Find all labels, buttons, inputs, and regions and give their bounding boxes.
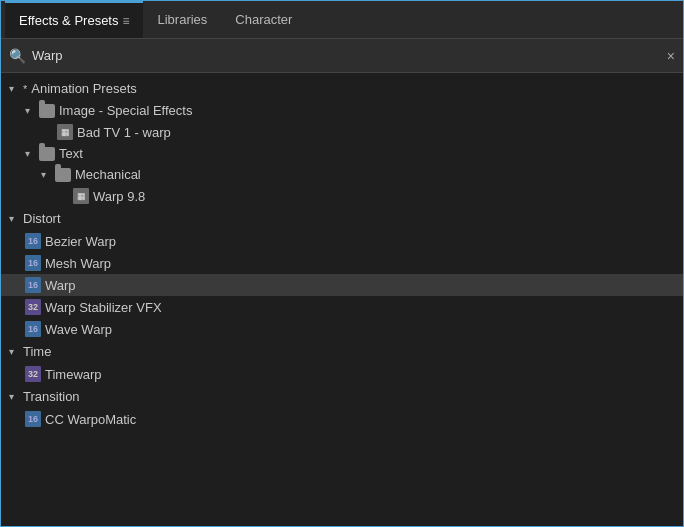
folder-text-label: Text <box>59 146 83 161</box>
fx16-icon-mesh-warp: 16 <box>25 255 41 271</box>
effect-warp-stabilizer-vfx[interactable]: 32 Warp Stabilizer VFX <box>1 296 683 318</box>
folder-image-special-effects[interactable]: ▾ Image - Special Effects <box>1 100 683 121</box>
folder-icon-text <box>39 147 55 161</box>
chevron-text: ▾ <box>25 148 35 159</box>
effect-cc-warpomatic[interactable]: 16 CC WarpoMatic <box>1 408 683 430</box>
search-bar: 🔍 × <box>1 39 683 73</box>
preset-bad-tv-1-label: Bad TV 1 - warp <box>77 125 171 140</box>
preset-warp-9-8[interactable]: ▦ Warp 9.8 <box>1 185 683 207</box>
effect-warp-stabilizer-vfx-label: Warp Stabilizer VFX <box>45 300 162 315</box>
tab-character[interactable]: Character <box>221 1 306 38</box>
effect-timewarp-label: Timewarp <box>45 367 102 382</box>
fx16-icon-bezier-warp: 16 <box>25 233 41 249</box>
fx16-icon-wave-warp: 16 <box>25 321 41 337</box>
tab-character-label: Character <box>235 12 292 27</box>
chevron-animation-presets: ▾ <box>9 83 19 94</box>
tab-libraries[interactable]: Libraries <box>143 1 221 38</box>
panel: Effects & Presets ≡ Libraries Character … <box>0 0 684 527</box>
effect-cc-warpomatic-label: CC WarpoMatic <box>45 412 136 427</box>
chevron-image-special-effects: ▾ <box>25 105 35 116</box>
section-distort-label: Distort <box>23 211 61 226</box>
section-animation-presets-label: Animation Presets <box>31 81 137 96</box>
folder-text[interactable]: ▾ Text <box>1 143 683 164</box>
section-time[interactable]: ▾ Time <box>1 340 683 363</box>
effect-mesh-warp[interactable]: 16 Mesh Warp <box>1 252 683 274</box>
search-input[interactable] <box>32 48 661 63</box>
preset-bad-tv-1[interactable]: ▦ Bad TV 1 - warp <box>1 121 683 143</box>
effect-mesh-warp-label: Mesh Warp <box>45 256 111 271</box>
section-transition[interactable]: ▾ Transition <box>1 385 683 408</box>
tab-effects[interactable]: Effects & Presets ≡ <box>5 1 143 38</box>
search-icon: 🔍 <box>9 48 26 64</box>
fx32-icon-timewarp: 32 <box>25 366 41 382</box>
fx32-icon-warp-stabilizer-vfx: 32 <box>25 299 41 315</box>
preset-warp-9-8-label: Warp 9.8 <box>93 189 145 204</box>
folder-image-special-effects-label: Image - Special Effects <box>59 103 192 118</box>
chevron-distort: ▾ <box>9 213 19 224</box>
star-icon: * <box>23 83 27 95</box>
effect-wave-warp-label: Wave Warp <box>45 322 112 337</box>
tab-effects-label: Effects & Presets <box>19 13 118 28</box>
section-distort[interactable]: ▾ Distort <box>1 207 683 230</box>
preset-icon-bad-tv-1: ▦ <box>57 124 73 140</box>
chevron-time: ▾ <box>9 346 19 357</box>
section-animation-presets[interactable]: ▾ * Animation Presets <box>1 77 683 100</box>
tree-content: ▾ * Animation Presets ▾ Image - Special … <box>1 73 683 526</box>
tab-libraries-label: Libraries <box>157 12 207 27</box>
effect-timewarp[interactable]: 32 Timewarp <box>1 363 683 385</box>
folder-icon-image-special-effects <box>39 104 55 118</box>
effect-warp-label: Warp <box>45 278 76 293</box>
tab-bar: Effects & Presets ≡ Libraries Character <box>1 1 683 39</box>
folder-icon-mechanical <box>55 168 71 182</box>
chevron-mechanical: ▾ <box>41 169 51 180</box>
preset-icon-warp-9-8: ▦ <box>73 188 89 204</box>
effect-bezier-warp-label: Bezier Warp <box>45 234 116 249</box>
tab-menu-icon[interactable]: ≡ <box>122 14 129 28</box>
section-transition-label: Transition <box>23 389 80 404</box>
effect-wave-warp[interactable]: 16 Wave Warp <box>1 318 683 340</box>
effect-bezier-warp[interactable]: 16 Bezier Warp <box>1 230 683 252</box>
chevron-transition: ▾ <box>9 391 19 402</box>
section-time-label: Time <box>23 344 51 359</box>
fx16-icon-cc-warpomatic: 16 <box>25 411 41 427</box>
folder-mechanical[interactable]: ▾ Mechanical <box>1 164 683 185</box>
search-clear-button[interactable]: × <box>667 48 675 64</box>
fx16-icon-warp: 16 <box>25 277 41 293</box>
folder-mechanical-label: Mechanical <box>75 167 141 182</box>
effect-warp[interactable]: 16 Warp <box>1 274 683 296</box>
